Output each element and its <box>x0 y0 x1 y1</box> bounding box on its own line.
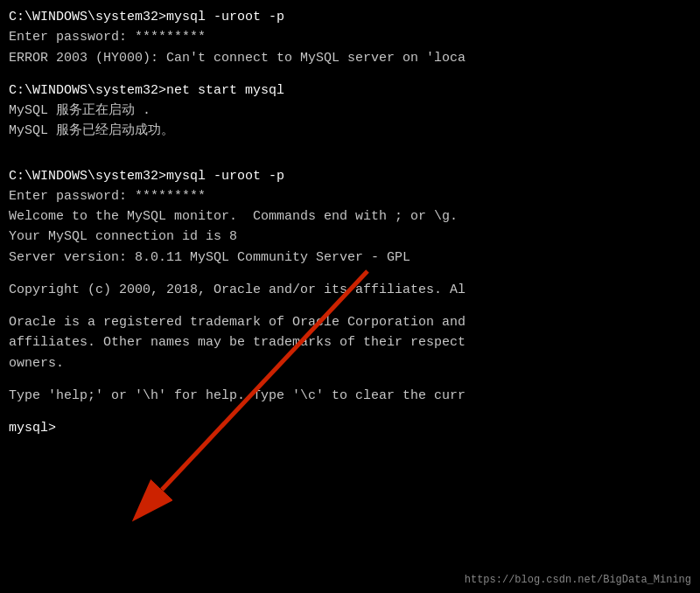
spacer-line <box>9 154 691 166</box>
output-line: Your MySQL connection id is 8 <box>9 227 691 247</box>
output-line: affiliates. Other names may be trademark… <box>9 332 691 352</box>
output-line: Server version: 8.0.11 MySQL Community S… <box>9 248 691 268</box>
output-line: Enter password: ********* <box>9 27 691 47</box>
output-line: owners. <box>9 353 691 373</box>
spacer-line <box>9 68 691 80</box>
terminal-window: C:\WINDOWS\system32>mysql -uroot -pEnter… <box>0 0 700 593</box>
output-line: Enter password: ********* <box>9 186 691 206</box>
spacer-line <box>9 142 691 154</box>
output-line: Welcome to the MySQL monitor. Commands e… <box>9 206 691 227</box>
watermark-text: https://blog.csdn.net/BigData_Mining <box>465 574 691 586</box>
output-line: MySQL 服务正在启动 . <box>9 101 691 121</box>
output-line: MySQL 服务已经启动成功。 <box>9 121 691 141</box>
spacer-line <box>9 300 691 312</box>
spacer-line <box>9 268 691 280</box>
output-line: Copyright (c) 2000, 2018, Oracle and/or … <box>9 280 691 300</box>
command-line: mysql> <box>9 418 691 438</box>
spacer-line <box>9 373 691 386</box>
spacer-line <box>9 406 691 418</box>
command-line: C:\WINDOWS\system32>net start mysql <box>9 80 691 101</box>
command-line: C:\WINDOWS\system32>mysql -uroot -p <box>9 166 691 186</box>
output-line: Type 'help;' or '\h' for help. Type '\c'… <box>9 386 691 406</box>
output-line: ERROR 2003 (HY000): Can't connect to MyS… <box>9 48 691 68</box>
command-line: C:\WINDOWS\system32>mysql -uroot -p <box>9 7 691 27</box>
output-line: Oracle is a registered trademark of Orac… <box>9 312 691 332</box>
